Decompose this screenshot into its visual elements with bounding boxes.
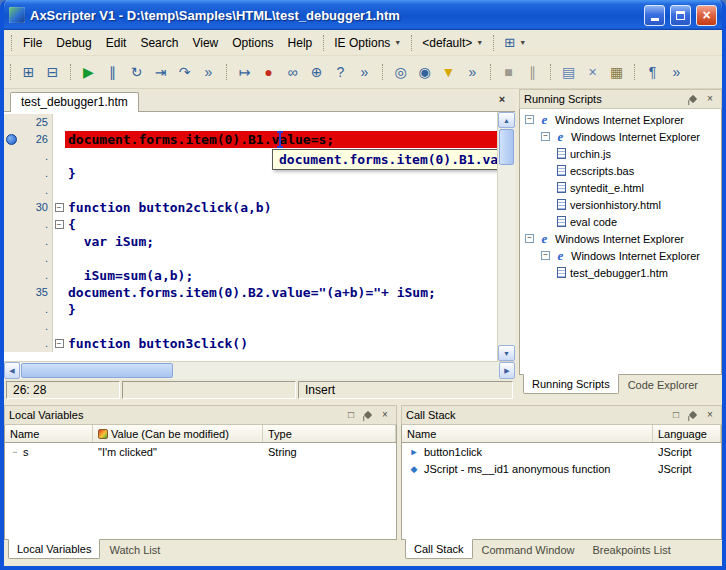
- cascade-windows-icon[interactable]: ⊟: [41, 61, 64, 84]
- gutter-marker-area[interactable]: [4, 114, 18, 131]
- tree-item-windows-internet-explorer[interactable]: −eWindows Internet Explorer: [520, 111, 721, 128]
- window-layout-button[interactable]: ⊞▼: [498, 33, 532, 52]
- code-line-r7[interactable]: . var iSum;: [4, 233, 497, 250]
- column-header-type[interactable]: Type: [263, 425, 396, 442]
- gutter-marker-area[interactable]: [4, 335, 18, 352]
- minimize-button[interactable]: [644, 5, 665, 26]
- tree-item-windows-internet-explorer[interactable]: −eWindows Internet Explorer: [520, 230, 721, 247]
- code-line-r13[interactable]: .−function button3click(): [4, 335, 497, 352]
- scroll-down-button[interactable]: ▼: [498, 345, 515, 361]
- step-over-icon[interactable]: ↷: [173, 61, 196, 84]
- add-watch-icon[interactable]: ∞: [281, 61, 304, 84]
- dock-button[interactable]: □: [344, 409, 358, 422]
- code-editor[interactable]: document.forms.item(0).B1.value="button1…: [4, 112, 497, 361]
- toolbar-overflow-icon[interactable]: »: [353, 61, 376, 84]
- code-line-r8[interactable]: .: [4, 250, 497, 267]
- vertical-scroll-track[interactable]: [498, 166, 515, 345]
- show-special-chars-icon[interactable]: ¶: [641, 61, 664, 84]
- close-panel-button[interactable]: ×: [703, 93, 717, 106]
- menu-search[interactable]: Search: [133, 33, 185, 53]
- gutter-marker-area[interactable]: [4, 233, 18, 250]
- variable-row[interactable]: −s"I'm clicked"String: [5, 443, 396, 460]
- copy-icon[interactable]: ▤: [557, 61, 580, 84]
- tree-item-test-debugger1-htm[interactable]: test_debugger1.htm: [520, 264, 721, 281]
- combo-ie-options[interactable]: IE Options▼: [328, 34, 407, 52]
- paste-icon[interactable]: ▦: [605, 61, 628, 84]
- code-line-35[interactable]: 35document.forms.item(0).B2.value="(a+b)…: [4, 284, 497, 301]
- run-to-cursor-icon[interactable]: ↦: [233, 61, 256, 84]
- menu-debug[interactable]: Debug: [49, 33, 98, 53]
- gutter-marker-area[interactable]: [4, 199, 18, 216]
- gutter-marker-area[interactable]: [4, 131, 18, 148]
- fold-collapse-icon[interactable]: −: [55, 203, 64, 212]
- menu-edit[interactable]: Edit: [99, 33, 134, 53]
- dock-tab-local-variables[interactable]: Local Variables: [8, 539, 100, 559]
- gutter-marker-area[interactable]: [4, 148, 18, 165]
- toggle-breakpoint-icon[interactable]: ●: [257, 61, 280, 84]
- variable-value-cell[interactable]: "I'm clicked": [93, 446, 263, 458]
- menu-options[interactable]: Options: [225, 33, 280, 53]
- column-header-language[interactable]: Language: [653, 425, 721, 442]
- cut-icon[interactable]: ×: [581, 61, 604, 84]
- tree-item-eval-code[interactable]: eval code: [520, 213, 721, 230]
- find-icon[interactable]: ◎: [389, 61, 412, 84]
- editor-tab-test-debugger1[interactable]: test_debugger1.htm: [10, 92, 139, 112]
- vertical-scroll-thumb[interactable]: [499, 129, 514, 165]
- column-header-name[interactable]: Name: [402, 425, 653, 442]
- dock-tab-call-stack[interactable]: Call Stack: [405, 539, 473, 559]
- gutter-marker-area[interactable]: [4, 165, 18, 182]
- fold-collapse-icon[interactable]: −: [55, 220, 64, 229]
- code-line-r4[interactable]: .: [4, 182, 497, 199]
- gutter-marker-area[interactable]: [4, 318, 18, 335]
- tree-collapse-icon[interactable]: −: [541, 132, 550, 141]
- menu-file[interactable]: File: [16, 33, 49, 53]
- combo-default[interactable]: <default>▼: [416, 34, 489, 52]
- stack-frame-row[interactable]: ◆JScript - ms__id1 anonymous functionJSc…: [402, 460, 721, 477]
- dock-tab-breakpoints-list[interactable]: Breakpoints List: [583, 540, 679, 560]
- close-document-button[interactable]: ×: [495, 93, 509, 107]
- menu-view[interactable]: View: [185, 33, 225, 53]
- tree-item-syntedit-e-html[interactable]: syntedit_e.html: [520, 179, 721, 196]
- toolbar-overflow-icon[interactable]: »: [461, 61, 484, 84]
- code-line-25[interactable]: 25: [4, 114, 497, 131]
- column-header-name[interactable]: Name: [5, 425, 93, 442]
- close-panel-button[interactable]: ×: [703, 409, 717, 422]
- code-line-r12[interactable]: .: [4, 318, 497, 335]
- dock-button[interactable]: □: [669, 409, 683, 422]
- dock-tab-running-scripts[interactable]: Running Scripts: [523, 374, 619, 394]
- gutter-marker-area[interactable]: [4, 250, 18, 267]
- step-into-icon[interactable]: ⇥: [149, 61, 172, 84]
- tree-item-urchin-js[interactable]: urchin.js: [520, 145, 721, 162]
- gutter-marker-area[interactable]: [4, 284, 18, 301]
- gutter-marker-area[interactable]: [4, 301, 18, 318]
- toolbar-overflow-icon[interactable]: »: [665, 61, 688, 84]
- gutter-marker-area[interactable]: [4, 182, 18, 199]
- run-icon[interactable]: ▶: [77, 61, 100, 84]
- evaluate-icon[interactable]: ?: [329, 61, 352, 84]
- stack-frame-row[interactable]: ►button1clickJScript: [402, 443, 721, 460]
- scroll-up-button[interactable]: ▲: [498, 112, 515, 128]
- new-window-icon[interactable]: ⊞: [17, 61, 40, 84]
- horizontal-scroll-track[interactable]: [174, 362, 499, 379]
- tree-item-windows-internet-explorer[interactable]: −eWindows Internet Explorer: [520, 247, 721, 264]
- scroll-left-button[interactable]: ◀: [4, 362, 20, 379]
- dock-tab-code-explorer[interactable]: Code Explorer: [619, 375, 707, 395]
- code-line-r11[interactable]: .}: [4, 301, 497, 318]
- dock-tab-watch-list[interactable]: Watch List: [100, 540, 169, 560]
- pause-icon[interactable]: ∥: [101, 61, 124, 84]
- gutter-marker-area[interactable]: [4, 216, 18, 233]
- menu-help[interactable]: Help: [281, 33, 320, 53]
- quick-watch-icon[interactable]: ⊕: [305, 61, 328, 84]
- pin-button[interactable]: [361, 409, 375, 422]
- filter-icon[interactable]: ▼: [437, 61, 460, 84]
- app-icon[interactable]: [9, 7, 25, 23]
- maximize-button[interactable]: [670, 5, 691, 26]
- tree-item-ecscripts-bas[interactable]: ecscripts.bas: [520, 162, 721, 179]
- tree-collapse-icon[interactable]: −: [525, 115, 534, 124]
- fold-collapse-icon[interactable]: −: [55, 339, 64, 348]
- toolbar-overflow-icon[interactable]: »: [197, 61, 220, 84]
- gutter-marker-area[interactable]: [4, 267, 18, 284]
- scroll-right-button[interactable]: ▶: [499, 362, 515, 379]
- close-button[interactable]: ×: [696, 5, 717, 26]
- dock-tab-command-window[interactable]: Command Window: [473, 540, 584, 560]
